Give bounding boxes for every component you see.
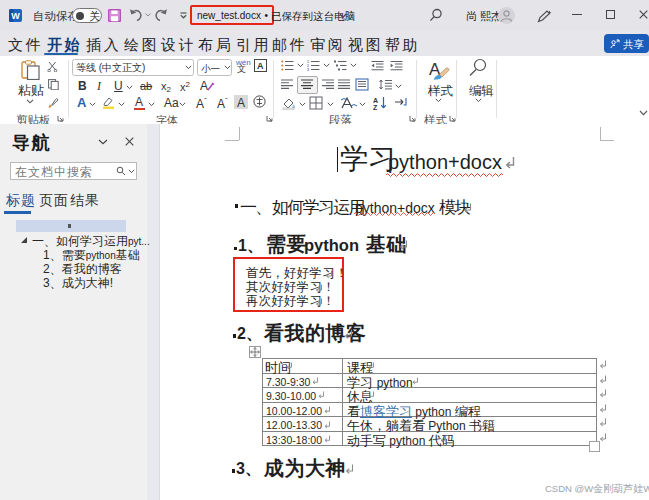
svg-text:3: 3 [307,68,309,71]
svg-text:Z: Z [373,104,378,110]
svg-text:A: A [373,97,378,104]
svg-text:W: W [11,11,20,21]
